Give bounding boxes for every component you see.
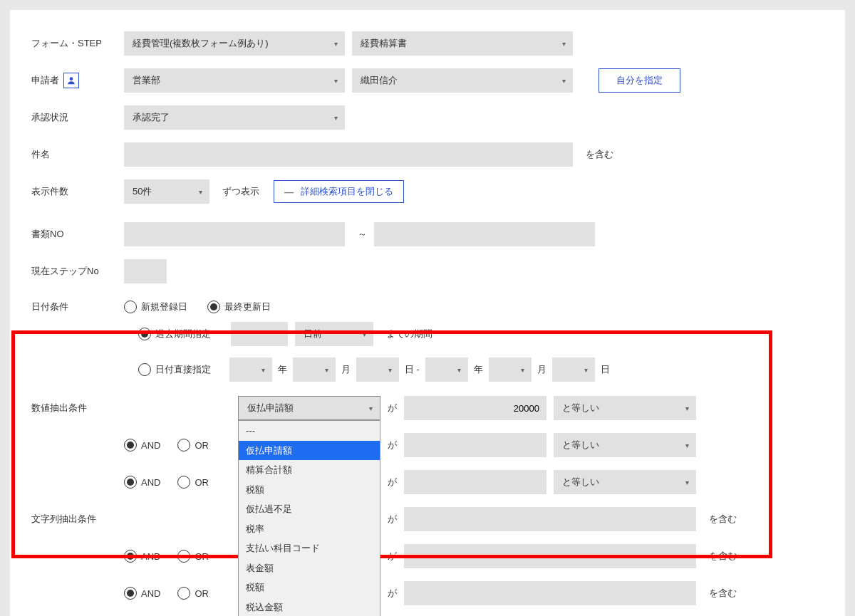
doc-no-separator: ～ <box>358 228 367 241</box>
radio-string-2-or[interactable]: OR <box>177 550 222 563</box>
input-past-value[interactable] <box>231 322 288 346</box>
select-applicant-name[interactable]: 織田信介 ▾ <box>352 68 573 93</box>
radio-date-new[interactable]: 新規登録日 <box>124 301 200 313</box>
input-subject[interactable] <box>124 142 573 167</box>
dropdown-option[interactable]: 税額 <box>239 578 380 597</box>
select-form-step-1[interactable]: 経費管理(複数枚フォーム例あり) ▾ <box>124 31 345 56</box>
select-applicant-dept-value: 営業部 <box>133 74 160 87</box>
radio-numeric-2-or[interactable]: OR <box>177 439 222 451</box>
chevron-down-icon: ▾ <box>199 188 202 196</box>
select-date-from-d[interactable]: ▾ <box>356 357 399 382</box>
button-toggle-advanced[interactable]: — 詳細検索項目を閉じる <box>274 180 404 203</box>
radio-string-2-and[interactable]: AND <box>124 550 173 563</box>
select-numeric-op-3[interactable]: と等しい ▾ <box>554 470 696 494</box>
chevron-down-icon: ▾ <box>685 479 689 486</box>
ga-label: が <box>388 439 397 451</box>
label-approval-status: 承認状況 <box>31 111 117 124</box>
select-numeric-op-2[interactable]: と等しい ▾ <box>554 433 696 457</box>
select-form-step-1-value: 経費管理(複数枚フォーム例あり) <box>133 37 269 50</box>
input-doc-no-to[interactable] <box>374 222 595 246</box>
row-current-step-no: 現在ステップNo <box>31 259 824 283</box>
input-numeric-value-2[interactable] <box>404 433 546 457</box>
label-form-step: フォーム・STEP <box>31 37 117 50</box>
chevron-down-icon: ▾ <box>325 366 328 374</box>
select-display-count[interactable]: 50件 ▾ <box>124 179 209 204</box>
label-numeric-condition: 数値抽出条件 <box>31 402 117 414</box>
chevron-down-icon: ▾ <box>685 442 689 449</box>
select-date-from-y[interactable]: ▾ <box>229 357 272 382</box>
chevron-down-icon: ▾ <box>334 40 338 48</box>
radio-string-3-and[interactable]: AND <box>124 587 173 600</box>
select-date-to-y[interactable]: ▾ <box>425 357 468 382</box>
string-suffix: を含む <box>709 513 737 526</box>
select-numeric-op-1[interactable]: と等しい ▾ <box>554 396 696 420</box>
dropdown-option[interactable]: 仮払申請額 <box>239 441 380 461</box>
row-approval-status: 承認状況 承認完了 ▾ <box>31 105 824 130</box>
dropdown-option[interactable]: 税率 <box>239 519 380 539</box>
row-date-condition-head: 日付条件 新規登録日 最終更新日 <box>31 301 824 313</box>
dropdown-option[interactable]: 表金額 <box>239 558 380 578</box>
radio-numeric-2-and[interactable]: AND <box>124 439 173 451</box>
ga-label: が <box>388 513 397 526</box>
select-date-to-m[interactable]: ▾ <box>489 357 532 382</box>
dropdown-option[interactable]: 税額 <box>239 480 380 500</box>
row-form-step: フォーム・STEP 経費管理(複数枚フォーム例あり) ▾ 経費精算書 ▾ <box>31 31 824 56</box>
select-form-step-2-value: 経費精算書 <box>361 37 407 50</box>
input-numeric-value-3[interactable] <box>404 470 546 494</box>
chevron-down-icon: ▾ <box>388 366 392 374</box>
label-date-condition: 日付条件 <box>31 301 117 313</box>
label-subject: 件名 <box>31 148 117 161</box>
ga-label: が <box>388 476 397 489</box>
chevron-down-icon: ▾ <box>334 77 338 85</box>
select-applicant-dept[interactable]: 営業部 ▾ <box>124 68 345 93</box>
string-condition-block: 文字列抽出条件 が を含む AND OR <box>31 507 824 605</box>
input-string-value-3[interactable] <box>404 581 696 605</box>
dropdown-option[interactable]: 支払い科目コード <box>239 538 380 558</box>
select-approval-status[interactable]: 承認完了 ▾ <box>124 105 345 130</box>
chevron-down-icon: ▾ <box>363 330 366 338</box>
select-past-unit[interactable]: 日前 ▾ <box>295 322 373 346</box>
chevron-down-icon: ▾ <box>261 366 265 374</box>
input-string-value-1[interactable] <box>404 507 696 531</box>
chevron-down-icon: ▾ <box>369 404 373 412</box>
person-icon[interactable] <box>63 73 79 88</box>
chevron-down-icon: ▾ <box>562 77 566 85</box>
input-string-value-2[interactable] <box>404 544 696 568</box>
display-count-suffix: ずつ表示 <box>222 185 259 198</box>
chevron-down-icon: ▾ <box>334 114 338 122</box>
input-current-step-no[interactable] <box>124 259 167 283</box>
select-numeric-field-1[interactable]: 仮払申請額 ▾ <box>238 396 380 420</box>
string-suffix: を含む <box>709 587 737 600</box>
string-suffix: を含む <box>709 550 737 563</box>
radio-numeric-3-or[interactable]: OR <box>177 476 222 489</box>
label-string-condition: 文字列抽出条件 <box>31 513 117 526</box>
subject-suffix: を含む <box>586 148 613 161</box>
label-doc-no: 書類NO <box>31 228 117 241</box>
chevron-down-icon: ▾ <box>562 40 566 48</box>
select-date-from-m[interactable]: ▾ <box>293 357 336 382</box>
radio-date-past[interactable]: 過去期間指定 <box>138 328 224 340</box>
input-doc-no-from[interactable] <box>124 222 345 246</box>
ga-label: が <box>388 587 397 600</box>
row-doc-no: 書類NO ～ <box>31 222 824 246</box>
date-condition-subsection: 過去期間指定 日前 ▾ までの期間 日付直接指定 ▾ 年 ▾ 月 ▾ <box>138 322 824 382</box>
dropdown-option[interactable]: 仮払過不足 <box>239 499 380 519</box>
dropdown-option[interactable]: 税込金額 <box>239 597 380 617</box>
radio-date-direct[interactable]: 日付直接指定 <box>138 363 224 376</box>
row-subject: 件名 を含む <box>31 142 824 167</box>
select-display-count-value: 50件 <box>133 185 152 198</box>
minus-icon: — <box>284 187 294 197</box>
row-display-count: 表示件数 50件 ▾ ずつ表示 — 詳細検索項目を閉じる <box>31 179 824 204</box>
dropdown-numeric-field[interactable]: ---仮払申請額精算合計額税額仮払過不足税率支払い科目コード表金額税額税込金額 <box>238 420 380 616</box>
button-specify-self[interactable]: 自分を指定 <box>598 68 680 93</box>
select-form-step-2[interactable]: 経費精算書 ▾ <box>352 31 573 56</box>
radio-string-3-or[interactable]: OR <box>177 587 222 600</box>
radio-date-last[interactable]: 最終更新日 <box>207 301 284 313</box>
dropdown-option[interactable]: 精算合計額 <box>239 460 380 480</box>
dropdown-option[interactable]: --- <box>239 421 380 441</box>
toggle-advanced-label: 詳細検索項目を閉じる <box>301 185 393 198</box>
ga-label: が <box>388 550 397 563</box>
select-date-to-d[interactable]: ▾ <box>552 357 595 382</box>
input-numeric-value-1[interactable] <box>404 396 546 420</box>
radio-numeric-3-and[interactable]: AND <box>124 476 173 489</box>
